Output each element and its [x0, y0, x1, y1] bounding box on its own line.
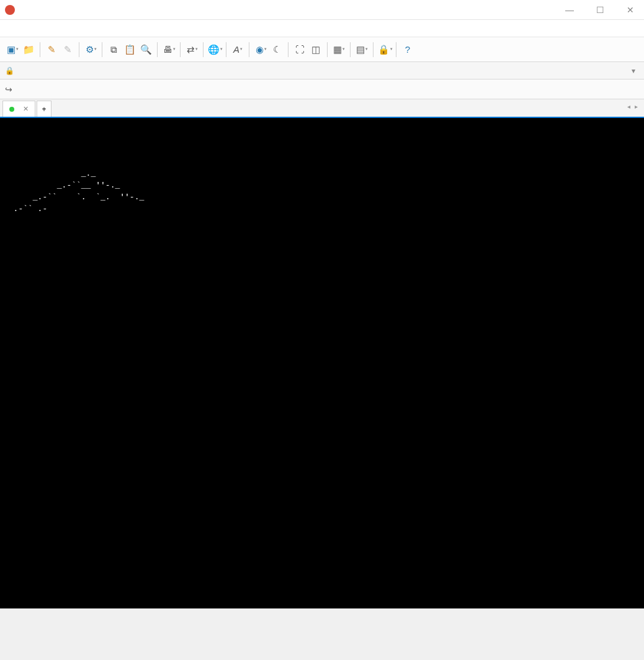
- tab-mylinux[interactable]: ✕: [2, 101, 35, 117]
- open-button[interactable]: 📁: [21, 42, 36, 57]
- separator: [79, 42, 79, 57]
- find-button[interactable]: 🔍: [138, 42, 153, 57]
- info-bar: ↪: [0, 79, 644, 99]
- fullscreen-button[interactable]: ⛶: [292, 42, 307, 57]
- status-dot-icon: [9, 107, 14, 112]
- separator: [203, 42, 203, 57]
- separator: [288, 42, 288, 57]
- properties-button[interactable]: ⚙: [83, 42, 98, 57]
- separator: [373, 42, 373, 57]
- separator: [327, 42, 328, 57]
- add-session-arrow-icon[interactable]: ↪: [5, 84, 12, 94]
- separator: [102, 42, 102, 57]
- terminal[interactable]: _._ _.-``__ ''-._ _.-`` `. `_. ''-._ .-`…: [0, 118, 644, 608]
- tab-nav[interactable]: ◂ ▸: [627, 103, 639, 110]
- close-button[interactable]: ✕: [622, 4, 639, 16]
- copy-button[interactable]: ⧉: [106, 42, 121, 57]
- theme-button[interactable]: ☾: [269, 42, 284, 57]
- separator: [40, 42, 40, 57]
- separator: [350, 42, 351, 57]
- transfer-button[interactable]: ⇄: [184, 42, 199, 57]
- toolbar: ▣ 📁 ✎ ✎ ⚙ ⧉ 📋 🔍 🖶 ⇄ 🌐 A ◉ ☾ ⛶ ◫ ▦ ▤ 🔒 ?: [0, 37, 644, 62]
- disconnect-button[interactable]: ✎: [60, 42, 75, 57]
- menu-help[interactable]: [79, 27, 89, 30]
- app-icon: [5, 5, 15, 15]
- separator: [157, 42, 158, 57]
- font-button[interactable]: A: [230, 42, 245, 57]
- reconnect-button[interactable]: ✎: [44, 42, 59, 57]
- script-button[interactable]: ▤: [354, 42, 369, 57]
- menu-tools[interactable]: [42, 27, 52, 30]
- separator: [180, 42, 181, 57]
- menu-window[interactable]: [67, 27, 77, 30]
- tile-button[interactable]: ▦: [331, 42, 346, 57]
- lock-icon: 🔒: [5, 66, 14, 75]
- address-dropdown[interactable]: ▾: [628, 66, 639, 75]
- maximize-button[interactable]: ☐: [591, 4, 609, 16]
- menu-file[interactable]: [5, 27, 15, 30]
- title-bar: — ☐ ✕: [0, 0, 644, 20]
- menu-edit[interactable]: [17, 27, 27, 30]
- separator: [396, 42, 396, 57]
- tab-close-icon[interactable]: ✕: [23, 105, 29, 113]
- help-button[interactable]: ?: [400, 42, 415, 57]
- address-bar: 🔒 ▾: [0, 62, 644, 79]
- new-session-button[interactable]: ▣: [5, 42, 20, 57]
- paste-button[interactable]: 📋: [122, 42, 137, 57]
- globe-button[interactable]: 🌐: [207, 42, 222, 57]
- lock-button[interactable]: 🔒: [377, 42, 392, 57]
- print-button[interactable]: 🖶: [161, 42, 176, 57]
- separator: [249, 42, 249, 57]
- menu-bar: [0, 20, 644, 37]
- tab-add-button[interactable]: +: [37, 101, 51, 117]
- window-controls: — ☐ ✕: [560, 4, 639, 16]
- separator: [226, 42, 226, 57]
- minimize-button[interactable]: —: [560, 4, 579, 16]
- menu-view[interactable]: [30, 27, 40, 30]
- menu-tab[interactable]: [55, 27, 65, 30]
- color-button[interactable]: ◉: [253, 42, 268, 57]
- tab-bar: ✕ + ◂ ▸: [0, 99, 644, 118]
- opacity-button[interactable]: ◫: [308, 42, 323, 57]
